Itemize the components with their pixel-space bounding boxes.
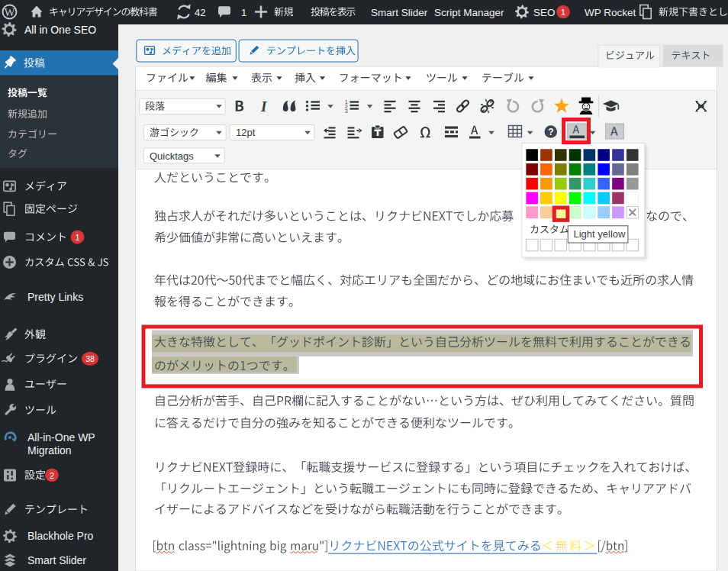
svg-text:Smart Slider: Smart Slider [371,7,428,18]
svg-text:1: 1 [75,233,79,242]
svg-text:Quicktags: Quicktags [150,150,194,162]
svg-text:W: W [4,6,15,18]
svg-text:2: 2 [50,471,54,480]
svg-text:Blackhole Pro: Blackhole Pro [27,530,94,542]
svg-text:All in One SEO: All in One SEO [24,24,96,36]
svg-text:Script Manager: Script Manager [434,7,504,18]
svg-text:1: 1 [561,8,565,17]
svg-text:WP Rocket: WP Rocket [585,7,636,18]
svg-text:Light yellow: Light yellow [574,228,627,240]
svg-text:Smart Slider: Smart Slider [27,554,86,566]
svg-text:42: 42 [195,7,205,18]
svg-text:All-in-One WP: All-in-One WP [27,431,95,444]
svg-text:I: I [260,98,267,115]
svg-text:12pt: 12pt [236,127,256,138]
svg-text:SEO: SEO [533,7,556,18]
svg-text:1: 1 [241,7,246,18]
svg-text:Migration: Migration [27,444,72,456]
svg-text:38: 38 [85,354,95,363]
svg-text:?: ? [548,127,553,137]
svg-text:3: 3 [345,108,348,114]
svg-text:Pretty Links: Pretty Links [27,291,83,303]
